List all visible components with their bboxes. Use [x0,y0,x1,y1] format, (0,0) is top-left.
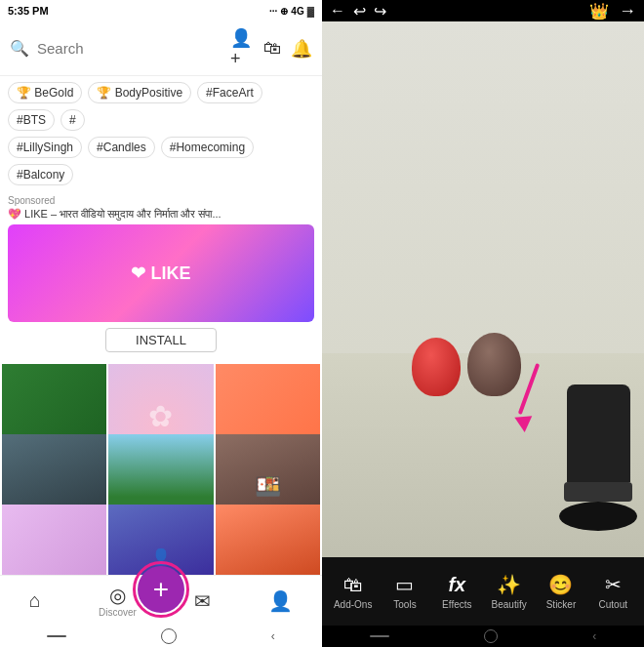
back-arrow-icon[interactable]: ← [330,2,345,20]
hashtag-item[interactable]: #FaceArt [197,82,262,103]
discover-icon: ◎ [109,584,126,607]
discover-label: Discover [99,607,137,618]
home-button-right[interactable] [484,629,498,643]
tools-label: Tools [393,599,416,610]
nav-messages[interactable]: ✉ [194,589,211,613]
right-nav-icons: ← ↩ ↪ [330,2,386,20]
cutout-icon: ✂ [605,573,622,596]
hashtag-item[interactable]: 🏆 BodyPositive [88,82,191,103]
cutout-label: Cutout [599,599,627,610]
scene [322,21,644,557]
tool-cutout[interactable]: ✂ Cutout [593,573,632,610]
notification-icon[interactable]: 🔔 [291,38,312,60]
ad-section: Sponsored 💖 LIKE – भारत वीडियो समुदाय और… [0,191,322,362]
hashtag-item[interactable]: #Candles [88,137,155,158]
crown-icon: 👑 [589,2,609,20]
search-input[interactable] [37,40,222,57]
tool-sticker[interactable]: 😊 Sticker [542,573,581,610]
right-bottom-nav: ‹ [322,626,644,647]
right-status-bar: ← ↩ ↪ 👑 → [322,0,644,21]
forward-icon[interactable]: → [619,1,636,21]
left-panel: 5:35 PM ··· ⊕ 4G ▓ 🔍 👤+ 🛍 🔔 🏆 BeGold 🏆 B… [0,0,322,647]
home-icon: ⌂ [29,589,41,612]
photo-grid: ✿ 👤 🍱 👤 [0,362,322,575]
sim-icon: ⊕ [280,6,288,17]
grid-item-9[interactable] [216,505,320,575]
ad-banner[interactable]: ❤ LIKE [8,224,314,322]
sticker-label: Sticker [546,599,577,610]
fab-outer-ring: + [133,561,189,618]
bean-bag-red [412,338,461,396]
bottom-nav-left: ⌂ ◎ Discover + ✉ 👤 [0,575,322,626]
office-chair [559,384,637,531]
addons-icon: 🛍 [343,574,363,596]
home-button[interactable] [161,628,177,644]
hashtag-item[interactable]: #BTS [8,109,55,131]
message-icon: ✉ [194,589,211,613]
fab-button[interactable]: + [138,566,184,613]
header-actions: 👤+ 🛍 🔔 [230,27,312,69]
sponsored-label: Sponsored [8,195,314,206]
ad-title: 💖 LIKE – भारत वीडियो समुदाय और निर्माता … [8,208,314,221]
nav-home[interactable]: ⌂ [29,589,41,612]
menu-button[interactable] [370,635,389,637]
bottom-menu-bar: ‹ [0,626,322,647]
tools-icon: ▭ [395,573,414,596]
nav-discover[interactable]: ◎ Discover [99,584,137,618]
tool-addons[interactable]: 🛍 Add-Ons [334,574,373,610]
hashtag-item[interactable]: #Balcony [8,164,73,185]
battery-icon: ▓ [307,6,314,17]
add-person-icon[interactable]: 👤+ [230,27,254,69]
back-chevron-right[interactable]: ‹ [592,629,596,643]
sticker-icon: 😊 [548,573,573,596]
beautify-icon: ✨ [497,573,521,596]
hashtag-row-2: #LillySingh #Candles #Homecoming #Balcon… [0,137,322,191]
grid-item-7[interactable] [2,505,106,575]
profile-icon: 👤 [268,589,293,613]
hashtag-item[interactable]: 🏆 BeGold [8,82,82,103]
ad-logo: ❤ LIKE [131,263,190,284]
hashtag-item[interactable]: # [60,109,85,131]
hashtag-item[interactable]: #Homecoming [161,137,254,158]
addons-label: Add-Ons [334,599,372,610]
signal-icon: ··· [269,6,277,17]
main-photo-area[interactable] [322,21,644,557]
back-chevron[interactable]: ‹ [271,629,275,643]
right-panel: ← ↩ ↪ 👑 → [322,0,644,647]
bottom-toolbar: 🛍 Add-Ons ▭ Tools fx Effects ✨ Beautify … [322,557,644,626]
hashtag-row: 🏆 BeGold 🏆 BodyPositive #FaceArt #BTS # [0,76,322,137]
fab-container: + [133,561,189,618]
hashtag-item[interactable]: #LillySingh [8,137,82,158]
tool-beautify[interactable]: ✨ Beautify [490,573,529,610]
network-icon: 4G [291,6,303,17]
search-icon: 🔍 [10,39,29,58]
install-button[interactable]: INSTALL [105,328,217,352]
effects-icon: fx [448,574,465,596]
undo-icon[interactable]: ↩ [353,2,366,20]
redo-icon[interactable]: ↪ [374,2,386,20]
status-icons: ··· ⊕ 4G ▓ [269,6,314,17]
arrow-indicator [507,362,566,440]
menu-icon [47,635,66,637]
time-display: 5:35 PM [8,5,49,17]
shopping-icon[interactable]: 🛍 [263,38,281,59]
status-bar: 5:35 PM ··· ⊕ 4G ▓ [0,0,322,21]
tool-effects[interactable]: fx Effects [437,574,476,610]
beautify-label: Beautify [492,599,527,610]
effects-label: Effects [442,599,471,610]
tool-tools[interactable]: ▭ Tools [385,573,424,610]
search-bar: 🔍 👤+ 🛍 🔔 [0,21,322,76]
nav-profile[interactable]: 👤 [268,589,293,613]
